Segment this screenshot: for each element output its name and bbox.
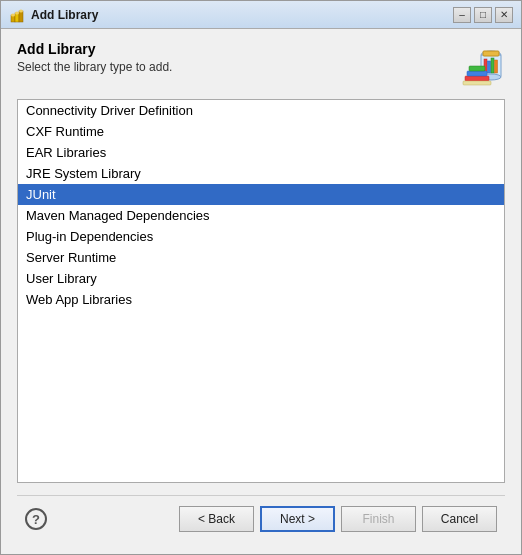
content-area: Add Library Select the library type to a… [1, 29, 521, 554]
maximize-button[interactable]: □ [474, 7, 492, 23]
list-item[interactable]: User Library [18, 268, 504, 289]
finish-button[interactable]: Finish [341, 506, 416, 532]
add-library-window: Add Library – □ ✕ Add Library Select the… [0, 0, 522, 555]
page-subtitle: Select the library type to add. [17, 60, 172, 74]
svg-rect-11 [488, 61, 491, 73]
svg-rect-17 [463, 81, 491, 85]
close-button[interactable]: ✕ [495, 7, 513, 23]
list-item[interactable]: Web App Libraries [18, 289, 504, 310]
list-item[interactable]: EAR Libraries [18, 142, 504, 163]
list-item[interactable]: Server Runtime [18, 247, 504, 268]
separator [17, 495, 505, 496]
cancel-button[interactable]: Cancel [422, 506, 497, 532]
list-item[interactable]: Plug-in Dependencies [18, 226, 504, 247]
window-icon [9, 7, 25, 23]
title-bar: Add Library – □ ✕ [1, 1, 521, 29]
header-text: Add Library Select the library type to a… [17, 41, 172, 74]
help-button[interactable]: ? [25, 508, 47, 530]
minimize-button[interactable]: – [453, 7, 471, 23]
footer-area: ? < Back Next > Finish Cancel [17, 506, 505, 542]
back-button[interactable]: < Back [179, 506, 254, 532]
title-bar-buttons: – □ ✕ [453, 7, 513, 23]
window-title: Add Library [31, 8, 453, 22]
books-icon [457, 41, 505, 89]
svg-rect-14 [465, 76, 489, 81]
svg-rect-15 [467, 71, 487, 76]
svg-rect-9 [483, 51, 499, 56]
svg-point-3 [11, 13, 15, 16]
list-item[interactable]: Connectivity Driver Definition [18, 100, 504, 121]
svg-point-5 [19, 9, 23, 12]
next-button[interactable]: Next > [260, 506, 335, 532]
header-section: Add Library Select the library type to a… [17, 41, 505, 89]
page-title: Add Library [17, 41, 172, 57]
svg-rect-16 [469, 66, 485, 71]
svg-rect-12 [491, 58, 494, 73]
list-item[interactable]: JUnit [18, 184, 504, 205]
footer-buttons: ? < Back Next > Finish Cancel [17, 506, 505, 532]
list-item[interactable]: CXF Runtime [18, 121, 504, 142]
library-list[interactable]: Connectivity Driver DefinitionCXF Runtim… [17, 99, 505, 483]
svg-point-4 [15, 11, 19, 14]
list-item[interactable]: Maven Managed Dependencies [18, 205, 504, 226]
action-buttons: < Back Next > Finish Cancel [179, 506, 497, 532]
list-item[interactable]: JRE System Library [18, 163, 504, 184]
svg-rect-2 [19, 11, 23, 22]
books-svg [457, 41, 505, 89]
svg-rect-13 [495, 60, 498, 73]
